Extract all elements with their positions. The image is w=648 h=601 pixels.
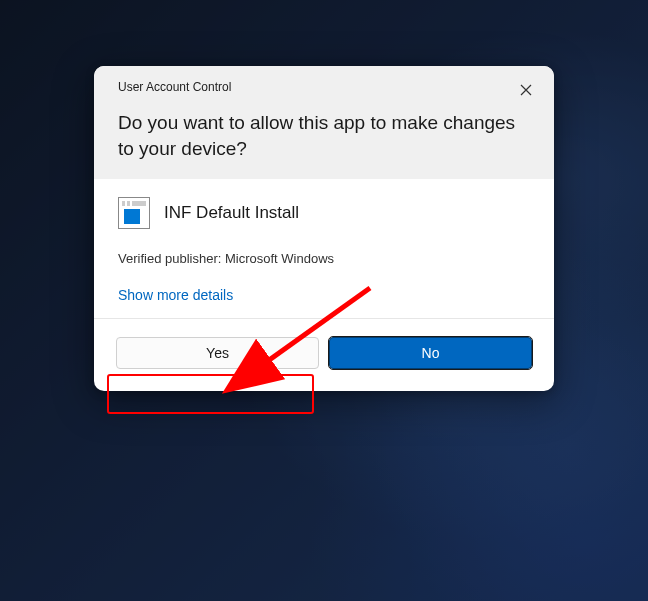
no-button[interactable]: No bbox=[329, 337, 532, 369]
close-button[interactable] bbox=[514, 78, 538, 102]
app-row: INF Default Install bbox=[118, 197, 530, 229]
dialog-header: User Account Control Do you want to allo… bbox=[94, 66, 554, 179]
dialog-question: Do you want to allow this app to make ch… bbox=[118, 110, 530, 161]
uac-dialog: User Account Control Do you want to allo… bbox=[94, 66, 554, 391]
yes-button[interactable]: Yes bbox=[116, 337, 319, 369]
app-icon bbox=[118, 197, 150, 229]
show-more-details-link[interactable]: Show more details bbox=[118, 287, 233, 303]
app-name: INF Default Install bbox=[164, 203, 299, 223]
dialog-title-small: User Account Control bbox=[118, 80, 530, 94]
publisher-line: Verified publisher: Microsoft Windows bbox=[118, 251, 530, 266]
dialog-body: INF Default Install Verified publisher: … bbox=[94, 179, 554, 318]
dialog-footer: Yes No bbox=[94, 318, 554, 391]
close-icon bbox=[520, 84, 532, 96]
